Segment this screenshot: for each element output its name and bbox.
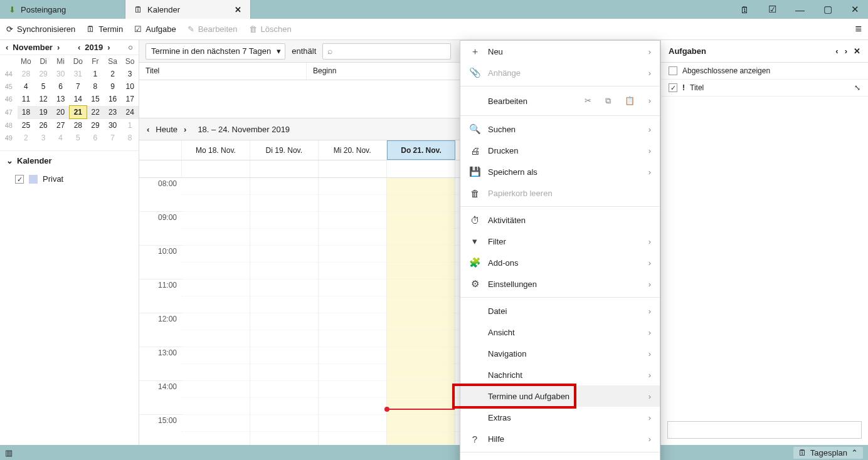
mini-cal-day[interactable]: 3: [34, 132, 52, 144]
menu-navigation[interactable]: Navigation›: [460, 343, 660, 364]
tab-inbox[interactable]: ⬇ Posteingang: [0, 0, 125, 19]
tab-calendar[interactable]: 🗓 Kalender ✕: [125, 0, 251, 19]
heute-button[interactable]: Heute: [156, 125, 177, 134]
sync-button[interactable]: ⟳Synchronisieren: [6, 24, 75, 34]
mini-cal-day[interactable]: 2: [18, 132, 35, 144]
mini-cal-day[interactable]: 7: [104, 132, 122, 144]
mini-cal-day[interactable]: 12: [34, 93, 52, 106]
show-completed-row[interactable]: Abgeschlossene anzeigen: [661, 63, 868, 80]
bearbeiten-button[interactable]: ✎Bearbeiten: [188, 24, 238, 34]
today-circle-icon[interactable]: ○: [126, 43, 135, 52]
menu-neu[interactable]: ＋Neu›: [460, 41, 660, 62]
mini-cal-day[interactable]: 22: [87, 106, 104, 119]
mini-cal-day[interactable]: 19: [34, 106, 52, 119]
mini-cal-day[interactable]: 27: [52, 119, 70, 132]
tasks-prev-icon[interactable]: ‹: [835, 46, 838, 56]
maximize-icon[interactable]: ▢: [820, 4, 836, 15]
mini-cal-day[interactable]: 7: [70, 80, 87, 93]
week-prev-icon[interactable]: ‹: [147, 125, 149, 134]
cut-icon[interactable]: ✂: [585, 96, 591, 106]
mini-cal-day[interactable]: 4: [18, 80, 35, 93]
paste-icon[interactable]: 📋: [625, 96, 635, 106]
range-dropdown[interactable]: Termine in den nächsten 7 Tagen: [146, 43, 285, 60]
mini-cal-day[interactable]: 3: [121, 68, 139, 80]
menu-drucken[interactable]: 🖨Drucken›: [460, 140, 660, 161]
close-icon[interactable]: ✕: [235, 5, 241, 14]
tagesplan-button[interactable]: 🗓 Tagesplan ⌃: [793, 447, 863, 459]
mini-cal-day[interactable]: 31: [70, 68, 87, 80]
mini-cal-day[interactable]: 5: [34, 80, 52, 93]
menu-anhaenge[interactable]: 📎Anhänge›: [460, 62, 660, 83]
mini-cal-day[interactable]: 6: [52, 80, 70, 93]
menu-datei[interactable]: Datei›: [460, 300, 660, 321]
col-beginn[interactable]: Beginn: [307, 63, 474, 80]
mini-cal-day[interactable]: 9: [104, 80, 122, 93]
mini-cal-day[interactable]: 1: [87, 68, 104, 80]
menu-suchen[interactable]: 🔍Suchen›: [460, 118, 660, 140]
day-header[interactable]: Di 19. Nov.: [250, 140, 319, 160]
menu-addons[interactable]: 🧩Add-ons›: [460, 252, 660, 273]
week-next-icon[interactable]: ›: [184, 125, 186, 134]
mini-cal-day[interactable]: 25: [18, 119, 35, 132]
mini-cal-day[interactable]: 10: [121, 80, 139, 93]
status-indicator-icon[interactable]: ▥: [5, 448, 13, 457]
menu-hilfe[interactable]: ?Hilfe›: [460, 428, 660, 449]
priority-col-icon[interactable]: !: [682, 83, 685, 92]
mini-cal-day[interactable]: 23: [104, 106, 122, 119]
menu-papierkorb[interactable]: 🗑Papierkorb leeren: [460, 182, 660, 204]
day-column[interactable]: [387, 178, 455, 445]
copy-icon[interactable]: ⧉: [605, 96, 611, 106]
prev-month-icon[interactable]: ‹: [4, 43, 10, 52]
new-task-input[interactable]: [667, 421, 862, 439]
mini-cal-day[interactable]: 28: [18, 68, 35, 80]
mini-cal-day[interactable]: 17: [121, 93, 139, 106]
day-column[interactable]: [182, 178, 250, 445]
loeschen-button[interactable]: 🗑Löschen: [249, 24, 292, 34]
menu-extras[interactable]: Extras›: [460, 407, 660, 428]
mini-cal-day[interactable]: 6: [87, 132, 104, 144]
day-header[interactable]: Do 21. Nov.: [387, 140, 456, 160]
tasks-close-icon[interactable]: ✕: [854, 46, 860, 56]
allday-cell[interactable]: [319, 160, 387, 177]
mini-cal-day[interactable]: 21: [70, 106, 87, 119]
mini-cal-day[interactable]: 5: [70, 132, 87, 144]
col-titel[interactable]: Titel: [139, 63, 307, 80]
checkbox-privat[interactable]: [15, 175, 24, 184]
menu-aktivitaeten[interactable]: ⏱Aktivitäten: [460, 209, 660, 231]
day-column[interactable]: [250, 178, 319, 445]
day-column[interactable]: [319, 178, 387, 445]
allday-cell[interactable]: [182, 160, 250, 177]
calendar-item-privat[interactable]: Privat: [0, 170, 139, 187]
allday-cell[interactable]: [250, 160, 319, 177]
search-input[interactable]: [322, 43, 451, 60]
mini-cal-day[interactable]: 13: [52, 93, 70, 106]
mini-cal-day[interactable]: 1: [121, 119, 139, 132]
mini-cal-day[interactable]: 26: [34, 119, 52, 132]
menu-ansicht[interactable]: Ansicht›: [460, 321, 660, 343]
mini-cal-day[interactable]: 8: [121, 132, 139, 144]
aufgabe-button[interactable]: ☑Aufgabe: [134, 24, 176, 34]
calendar-shortcut-icon[interactable]: 🗓: [736, 4, 753, 15]
allday-cell[interactable]: [387, 160, 455, 177]
mini-cal-day[interactable]: 11: [18, 93, 35, 106]
mini-cal-day[interactable]: 29: [34, 68, 52, 80]
tasks-shortcut-icon[interactable]: ☑: [765, 4, 780, 15]
minimize-icon[interactable]: ―: [791, 4, 808, 15]
mini-cal-day[interactable]: 20: [52, 106, 70, 119]
termin-button[interactable]: 🗓Termin: [87, 24, 123, 34]
mini-cal-day[interactable]: 29: [87, 119, 104, 132]
checkbox-col[interactable]: [669, 83, 677, 92]
mini-cal-day[interactable]: 30: [104, 119, 122, 132]
mini-cal-day[interactable]: 14: [70, 93, 87, 106]
next-month-icon[interactable]: ›: [55, 43, 61, 52]
menu-filter[interactable]: ▾Filter›: [460, 231, 660, 252]
mini-cal-day[interactable]: 2: [104, 68, 122, 80]
menu-beenden[interactable]: ⏻Beenden: [460, 455, 660, 460]
mini-calendar[interactable]: MoDiMiDoFrSaSo44282930311234545678910461…: [0, 55, 139, 144]
prev-year-icon[interactable]: ‹: [76, 43, 82, 52]
pin-icon[interactable]: ⤡: [854, 83, 860, 92]
mini-cal-day[interactable]: 15: [87, 93, 104, 106]
menu-einstellungen[interactable]: ⚙Einstellungen›: [460, 273, 660, 295]
menu-bearbeiten[interactable]: Bearbeiten✂⧉📋›: [460, 89, 660, 113]
tasks-next-icon[interactable]: ›: [845, 46, 847, 56]
